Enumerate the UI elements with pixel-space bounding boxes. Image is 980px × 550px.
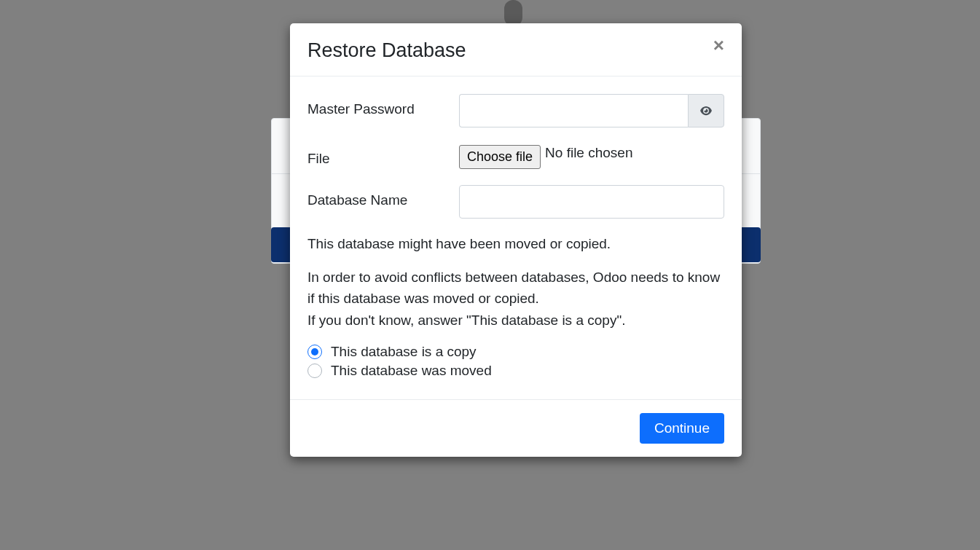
info-line-2b: If you don't know, answer "This database…	[307, 313, 625, 328]
file-status-text: No file chosen	[545, 145, 632, 169]
radio-label-copy: This database is a copy	[331, 344, 477, 360]
modal-header: Restore Database ×	[290, 23, 742, 76]
info-line-2a: In order to avoid conflicts between data…	[307, 270, 720, 306]
copy-or-move-radio-group: This database is a copy This database wa…	[307, 344, 724, 379]
modal-info-text: This database might have been moved or c…	[307, 233, 724, 331]
info-paragraph-1: This database might have been moved or c…	[307, 233, 724, 254]
close-button[interactable]: ×	[713, 36, 724, 55]
radio-label-moved: This database was moved	[331, 363, 492, 379]
database-name-field-wrapper	[459, 185, 724, 219]
background-tab-element	[504, 0, 522, 26]
modal-body: Master Password File Choose file No file…	[290, 76, 742, 399]
continue-button[interactable]: Continue	[640, 413, 724, 444]
modal-footer: Continue	[290, 399, 742, 457]
master-password-input-group	[459, 94, 724, 127]
radio-icon	[307, 364, 322, 378]
radio-option-moved[interactable]: This database was moved	[307, 363, 724, 379]
modal-title: Restore Database	[307, 39, 466, 62]
radio-icon	[307, 345, 322, 359]
file-label: File	[307, 144, 459, 167]
toggle-password-visibility-button[interactable]	[688, 94, 724, 127]
master-password-label: Master Password	[307, 94, 459, 117]
file-row: File Choose file No file chosen	[307, 144, 724, 169]
choose-file-button[interactable]: Choose file	[459, 145, 541, 169]
info-paragraph-2: In order to avoid conflicts between data…	[307, 267, 724, 331]
master-password-row: Master Password	[307, 94, 724, 127]
master-password-input[interactable]	[459, 94, 688, 127]
database-name-input[interactable]	[459, 185, 724, 219]
database-name-row: Database Name	[307, 185, 724, 219]
radio-option-copy[interactable]: This database is a copy	[307, 344, 724, 360]
master-password-field-wrapper	[459, 94, 724, 127]
file-field-wrapper: Choose file No file chosen	[459, 144, 724, 169]
eye-icon	[699, 106, 713, 116]
restore-database-modal: Restore Database × Master Password File	[290, 23, 742, 457]
database-name-label: Database Name	[307, 185, 459, 208]
close-icon: ×	[713, 34, 724, 56]
